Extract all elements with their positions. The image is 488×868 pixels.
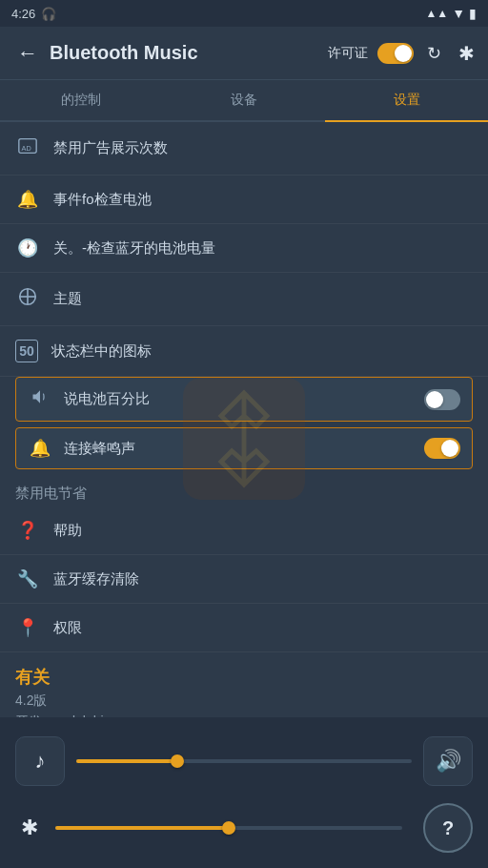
tab-controls[interactable]: 的控制 [0, 80, 163, 120]
permission-label: 许可证 [328, 45, 368, 62]
bt-cache-label: 蓝牙缓存清除 [53, 570, 473, 589]
back-button[interactable]: ← [10, 33, 46, 73]
help-icon: ❓ [15, 520, 40, 541]
app-header: ← Bluetooth Music 许可证 ↻ ✱ [0, 27, 488, 80]
toggle-row-battery-percent[interactable]: 说电池百分比 [15, 377, 473, 422]
bottom-controls-area: ♪ 🔊 ✱ ? [0, 717, 488, 868]
music-note-button[interactable]: ♪ [15, 736, 65, 786]
bluetooth-small-icon: ✱ [21, 816, 38, 840]
speaker-icon [28, 387, 52, 411]
toggle-row-connect-beep[interactable]: 🔔 连接蜂鸣声 [15, 427, 473, 469]
settings-permissions[interactable]: 📍 权限 [0, 604, 488, 652]
help-label: 帮助 [53, 522, 473, 540]
bluetooth-header-icon[interactable]: ✱ [455, 38, 478, 69]
bt-volume-thumb[interactable] [222, 821, 235, 835]
tab-devices[interactable]: 设备 [163, 80, 326, 120]
battery-percent-label: 说电池百分比 [64, 390, 413, 408]
theme-label: 主题 [53, 290, 473, 308]
connect-beep-label: 连接蜂鸣声 [64, 440, 413, 458]
about-title: 有关 [15, 666, 473, 689]
settings-bt-cache[interactable]: 🔧 蓝牙缓存清除 [0, 555, 488, 604]
permissions-label: 权限 [53, 619, 473, 637]
permission-toggle[interactable] [377, 43, 414, 64]
settings-battery-event[interactable]: 🔔 事件fo检查电池 [0, 176, 488, 224]
volume-button[interactable]: 🔊 [423, 736, 473, 786]
bell-connect-icon: 🔔 [28, 438, 52, 459]
music-volume-thumb[interactable] [171, 754, 184, 768]
status-bar-icon: 50 [15, 340, 38, 362]
bt-volume-slider[interactable] [55, 826, 402, 830]
connect-beep-toggle[interactable] [424, 438, 460, 459]
bt-volume-fill [55, 826, 229, 830]
settings-status-icon[interactable]: 50 状态栏中的图标 [0, 326, 488, 377]
music-note-icon: ♪ [35, 749, 46, 774]
bt-volume-row: ✱ ? [15, 803, 473, 853]
page-title: Bluetooth Music [50, 42, 328, 64]
signal-icon: ▲▲ [425, 7, 448, 20]
battery-percent-toggle[interactable] [424, 389, 460, 410]
check-bt-battery-label: 关。-检查蓝牙的电池电量 [53, 239, 473, 258]
battery-event-label: 事件fo检查电池 [53, 191, 473, 209]
status-icon-label: 状态栏中的图标 [51, 342, 473, 361]
header-actions: 许可证 ↻ ✱ [328, 38, 478, 69]
headphone-icon: 🎧 [41, 7, 56, 21]
help-circle-button[interactable]: ? [423, 803, 473, 853]
clock-icon: 🕐 [15, 238, 40, 258]
tab-settings[interactable]: 设置 [325, 80, 488, 120]
volume-icon: 🔊 [436, 749, 461, 774]
theme-icon [15, 286, 40, 312]
settings-help[interactable]: ❓ 帮助 [0, 506, 488, 555]
music-volume-fill [76, 759, 177, 763]
settings-disable-ads[interactable]: AD 禁用广告展示次数 [0, 122, 488, 176]
refresh-icon[interactable]: ↻ [423, 39, 445, 68]
status-time: 4:26 [11, 7, 35, 21]
wifi-icon: ▼ [452, 6, 465, 21]
svg-text:AD: AD [22, 144, 31, 153]
status-bar: 4:26 🎧 ▲▲ ▼ ▮ [0, 0, 488, 27]
settings-list: AD 禁用广告展示次数 🔔 事件fo检查电池 🕐 关。-检查蓝牙的电池电量 主题… [0, 122, 488, 652]
battery-icon: ▮ [469, 6, 477, 21]
music-volume-row: ♪ 🔊 [15, 736, 473, 786]
tab-bar: 的控制 设备 设置 [0, 80, 488, 122]
disabled-section-label: 禁用电节省 [0, 475, 488, 506]
about-version: 4.2版 [15, 692, 473, 710]
disable-ads-label: 禁用广告展示次数 [53, 139, 473, 157]
settings-check-bt-battery[interactable]: 🕐 关。-检查蓝牙的电池电量 [0, 224, 488, 273]
ads-icon: AD [15, 135, 40, 161]
help-circle-icon: ? [442, 817, 454, 839]
location-icon: 📍 [15, 617, 40, 638]
bell-icon: 🔔 [15, 189, 40, 210]
settings-theme[interactable]: 主题 [0, 273, 488, 326]
wrench-icon: 🔧 [15, 568, 40, 589]
music-volume-slider[interactable] [76, 759, 412, 763]
